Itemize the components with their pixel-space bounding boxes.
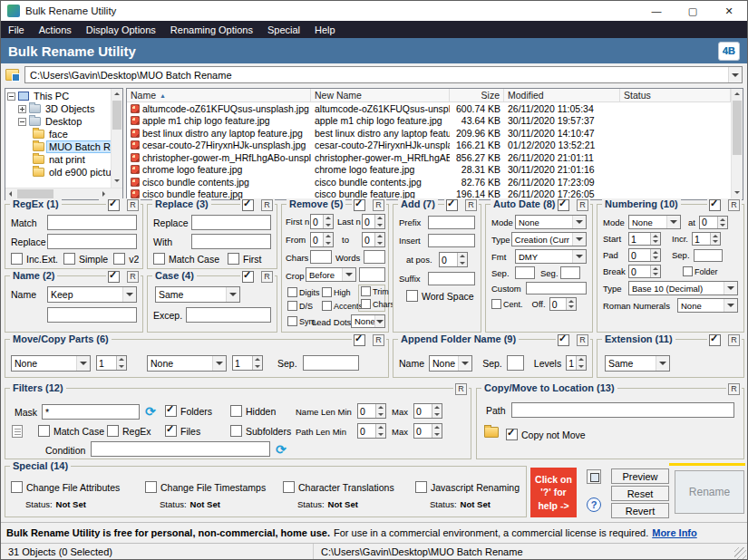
- character-translations-checkbox[interactable]: Character Translations: [283, 481, 394, 493]
- exceptions-input[interactable]: [186, 307, 271, 323]
- javascript-renaming-checkbox[interactable]: Javascript Renaming: [415, 481, 520, 493]
- column-header-modified[interactable]: Modified: [504, 89, 620, 101]
- column-header-status[interactable]: Status: [620, 89, 731, 101]
- menu-file[interactable]: File: [1, 24, 32, 35]
- path-len-min-spinner[interactable]: 0: [357, 423, 386, 439]
- crop-input[interactable]: [359, 267, 385, 282]
- spinner-buttons[interactable]: [650, 233, 660, 245]
- spinner-buttons[interactable]: [710, 233, 720, 245]
- date-type-select[interactable]: Creation (Curr: [511, 232, 587, 246]
- chevron-down-icon[interactable]: [212, 356, 226, 371]
- high-checkbox[interactable]: High: [322, 287, 351, 297]
- tree-item-face[interactable]: face: [33, 128, 111, 140]
- with-input[interactable]: [191, 234, 271, 249]
- tree-item-3d-objects[interactable]: 3D Objects: [18, 102, 111, 115]
- spinner-buttons[interactable]: [116, 356, 126, 370]
- tree-item-muo-batch-rename[interactable]: MUO Batch Rename: [33, 140, 111, 153]
- chevron-down-icon[interactable]: [76, 356, 90, 371]
- folders-checkbox[interactable]: Folders: [165, 405, 212, 417]
- century-checkbox[interactable]: Cent.: [491, 299, 523, 309]
- spinner-buttons[interactable]: [374, 233, 384, 246]
- prefix-input[interactable]: [428, 216, 475, 229]
- tree-item-nat-print[interactable]: nat print: [33, 153, 111, 166]
- simple-checkbox[interactable]: Simple: [63, 253, 108, 265]
- chevron-down-icon[interactable]: [666, 216, 680, 228]
- name-mode-select[interactable]: Keep: [47, 286, 137, 303]
- name-input[interactable]: [47, 307, 137, 323]
- date-seg-input[interactable]: [560, 266, 580, 279]
- mask-input[interactable]: *: [42, 404, 140, 420]
- spinner-buttons[interactable]: [566, 298, 576, 310]
- inc-ext-checkbox[interactable]: Inc.Ext.: [11, 253, 58, 265]
- rename-button[interactable]: Rename: [675, 470, 744, 514]
- move-copy-sep-input[interactable]: [303, 355, 359, 371]
- first-n-spinner[interactable]: 0: [310, 214, 334, 229]
- crop-mode-select[interactable]: Before: [306, 267, 356, 282]
- file-row[interactable]: apple m1 chip logo feature.jpg apple m1 …: [127, 115, 731, 128]
- spinner-buttons[interactable]: [375, 404, 385, 418]
- move-copy-count1-spinner[interactable]: 1: [96, 355, 127, 371]
- tree-item-this-pc[interactable]: This PC: [7, 90, 111, 102]
- spinner-buttons[interactable]: [576, 356, 586, 370]
- accents-checkbox[interactable]: Accents: [322, 301, 363, 311]
- break-spinner[interactable]: 0: [628, 265, 661, 278]
- roman-numerals-select[interactable]: None: [677, 298, 738, 313]
- pad-spinner[interactable]: 0: [628, 248, 661, 262]
- column-header-size[interactable]: Size: [450, 89, 504, 101]
- menu-display-options[interactable]: Display Options: [79, 24, 163, 35]
- condition-input[interactable]: [91, 441, 270, 457]
- menu-special[interactable]: Special: [260, 24, 307, 35]
- numbering-mode-select[interactable]: None: [628, 215, 681, 229]
- increment-spinner[interactable]: 1: [692, 232, 721, 246]
- name-len-min-spinner[interactable]: 0: [357, 403, 386, 419]
- file-row[interactable]: best linux distro any laptop feature.jpg…: [127, 127, 731, 140]
- column-header-name[interactable]: Name▲: [127, 89, 311, 101]
- spinner-buttons[interactable]: [432, 404, 442, 418]
- offset-spinner[interactable]: 0: [549, 297, 577, 311]
- first-checkbox[interactable]: First: [228, 253, 261, 265]
- chevron-down-icon[interactable]: [724, 299, 737, 312]
- start-spinner[interactable]: 1: [628, 232, 661, 246]
- chars-input[interactable]: [310, 250, 332, 264]
- scroll-thumb[interactable]: [17, 189, 53, 198]
- move-copy-count2-spinner[interactable]: 1: [232, 355, 263, 371]
- close-button[interactable]: ✕: [711, 1, 747, 21]
- browse-folder-icon[interactable]: [484, 427, 499, 438]
- to-spinner[interactable]: 0: [362, 232, 385, 247]
- change-file-attributes-checkbox[interactable]: Change File Attributes: [11, 481, 120, 493]
- popout-button[interactable]: [587, 469, 601, 484]
- date-mode-select[interactable]: None: [515, 215, 587, 229]
- spinner-buttons[interactable]: [374, 215, 384, 228]
- regex-replace-input[interactable]: [47, 234, 137, 249]
- from-spinner[interactable]: 0: [310, 232, 334, 247]
- minimize-button[interactable]: —: [638, 1, 675, 21]
- spinner-buttons[interactable]: [650, 266, 660, 277]
- more-info-link[interactable]: More Info: [652, 527, 697, 538]
- name-len-max-spinner[interactable]: 0: [413, 403, 442, 419]
- menu-renaming-options[interactable]: Renaming Options: [163, 24, 260, 35]
- words-input[interactable]: [364, 250, 385, 264]
- match-case-checkbox[interactable]: Match Case: [153, 253, 219, 265]
- spinner-buttons[interactable]: [457, 253, 467, 266]
- replace-input[interactable]: [191, 215, 271, 230]
- append-folder-sep-input[interactable]: [507, 355, 524, 371]
- numbering-type-select[interactable]: Base 10 (Decimal): [628, 281, 738, 295]
- chevron-down-icon[interactable]: [122, 287, 136, 302]
- column-header-new-name[interactable]: New Name: [311, 89, 450, 101]
- files-checkbox[interactable]: Files: [165, 425, 200, 437]
- chevron-down-icon[interactable]: [724, 282, 737, 294]
- suffix-input[interactable]: [428, 272, 475, 285]
- file-row[interactable]: cesar-couto-27HiryxnHJk-unsplash.jpg ces…: [127, 140, 731, 152]
- spinner-buttons[interactable]: [323, 215, 333, 228]
- revert-button[interactable]: Revert: [611, 503, 669, 518]
- resize-grip[interactable]: [734, 547, 746, 559]
- file-row[interactable]: altumcode-oZ61KFUQsus-unsplash.jpg altum…: [127, 102, 731, 115]
- folder-checkbox[interactable]: Folder: [683, 266, 718, 276]
- lead-dots-select[interactable]: None: [351, 314, 385, 328]
- move-copy-from-select[interactable]: None: [11, 355, 91, 372]
- at-spinner[interactable]: 0: [699, 216, 728, 229]
- scroll-down-icon[interactable]: [112, 176, 122, 188]
- maximize-button[interactable]: ▢: [675, 1, 711, 21]
- last-n-spinner[interactable]: 0: [362, 214, 385, 229]
- trim-checkbox[interactable]: Trim: [361, 286, 389, 296]
